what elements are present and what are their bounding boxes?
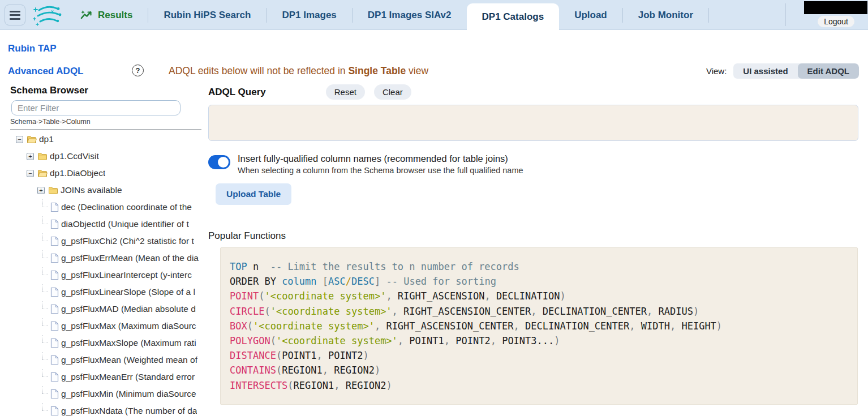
adql-query-title: ADQL Query bbox=[208, 87, 266, 98]
tab-label: DP1 Catalogs bbox=[482, 11, 544, 23]
tree-item[interactable]: dec (Declination coordinate of the bbox=[0, 199, 201, 216]
view-switcher: View: UI assisted Edit ADQL bbox=[706, 63, 859, 79]
tree-item[interactable]: +dp1.CcdVisit bbox=[0, 148, 201, 165]
schema-filter-input[interactable] bbox=[11, 100, 181, 115]
schema-tree: −dp1+dp1.CcdVisit−dp1.DiaObject+JOINs av… bbox=[0, 131, 201, 420]
doc-icon bbox=[50, 270, 59, 280]
tree-item[interactable]: −dp1.DiaObject bbox=[0, 165, 201, 182]
tab-job-monitor[interactable]: Job Monitor bbox=[623, 0, 708, 30]
tree-branch-line bbox=[42, 284, 48, 292]
reset-button[interactable]: Reset bbox=[326, 84, 365, 100]
tree-expand-icon[interactable]: + bbox=[37, 187, 45, 194]
view-segmented-control: UI assisted Edit ADQL bbox=[733, 63, 859, 79]
doc-icon bbox=[50, 304, 59, 314]
code-line: ORDER BY column [ASC/DESC] -- Used for s… bbox=[230, 274, 848, 289]
tree-item-label: dec (Declination coordinate of the bbox=[61, 202, 192, 212]
tab-label: DP1 Images SIAv2 bbox=[368, 10, 452, 21]
firefly-logo-icon[interactable] bbox=[32, 4, 62, 27]
tab-label: Job Monitor bbox=[638, 10, 693, 21]
tab-upload[interactable]: Upload bbox=[559, 0, 622, 30]
tree-branch-line bbox=[42, 233, 48, 241]
topbar-bottom-border bbox=[0, 29, 868, 30]
logout-button[interactable]: Logout bbox=[818, 16, 854, 27]
doc-icon bbox=[50, 236, 59, 246]
tree-item-label: g_psfFluxErrMean (Mean of the dia bbox=[61, 253, 199, 263]
fully-qualified-toggle[interactable] bbox=[208, 155, 230, 169]
tree-item-label: g_psfFluxMax (Maximum diaSourc bbox=[61, 321, 196, 331]
tree-expand-icon[interactable]: + bbox=[27, 153, 34, 160]
tree-item[interactable]: −dp1 bbox=[0, 131, 201, 148]
tree-item-label: diaObjectId (Unique identifier of t bbox=[61, 219, 189, 229]
doc-icon bbox=[50, 406, 59, 416]
doc-icon bbox=[50, 372, 59, 382]
username-redacted bbox=[804, 1, 867, 14]
view-label: View: bbox=[706, 66, 727, 76]
tree-item-label: g_psfFluxMin (Minimum diaSource bbox=[61, 389, 196, 399]
tree-item[interactable]: g_psfFluxMean (Weighted mean of bbox=[0, 352, 201, 368]
tree-item[interactable]: +JOINs available bbox=[0, 182, 201, 199]
doc-icon bbox=[50, 219, 59, 229]
code-line: POINT('<coordinate system>', RIGHT_ASCEN… bbox=[230, 289, 848, 303]
tree-item-label: g_psfFluxLinearIntercept (y-interc bbox=[61, 270, 192, 280]
folder-icon bbox=[48, 186, 58, 195]
user-area: Logout bbox=[793, 0, 868, 30]
tree-branch-line bbox=[42, 199, 48, 207]
tree-item[interactable]: g_psfFluxErrMean (Mean of the dia bbox=[0, 250, 201, 267]
tree-item-label: g_psfFluxMAD (Median absolute d bbox=[61, 304, 196, 314]
tree-item[interactable]: g_psfFluxMin (Minimum diaSource bbox=[0, 385, 201, 402]
tree-branch-line bbox=[42, 318, 48, 326]
doc-icon bbox=[50, 338, 59, 348]
view-option-ui-assisted[interactable]: UI assisted bbox=[733, 63, 797, 79]
tree-item[interactable]: g_psfFluxMAD (Median absolute d bbox=[0, 301, 201, 318]
tab-rubin-hips-search[interactable]: Rubin HiPS Search bbox=[148, 0, 266, 30]
toggle-sublabel: When selecting a column from the Schema … bbox=[238, 166, 523, 175]
tree-item-label: dp1.DiaObject bbox=[50, 168, 105, 178]
tree-item[interactable]: diaObjectId (Unique identifier of t bbox=[0, 216, 201, 233]
tree-item[interactable]: g_psfFluxMax (Maximum diaSourc bbox=[0, 318, 201, 335]
doc-icon bbox=[50, 253, 59, 263]
doc-icon bbox=[50, 389, 59, 399]
doc-icon bbox=[50, 355, 59, 365]
code-line: BOX('<coordinate system>', RIGHT_ASCENSI… bbox=[230, 319, 848, 333]
tree-branch-line bbox=[42, 267, 48, 275]
tree-item-label: g_psfFluxLinearSlope (Slope of a l bbox=[61, 287, 195, 297]
toggle-knob bbox=[218, 157, 229, 168]
folder-open-icon bbox=[37, 169, 48, 178]
chart-sparkle-icon bbox=[80, 10, 93, 20]
tree-collapse-icon[interactable]: − bbox=[27, 170, 34, 177]
tab-bar: ResultsRubin HiPS SearchDP1 ImagesDP1 Im… bbox=[65, 0, 709, 30]
tab-label: Results bbox=[98, 10, 132, 21]
code-line: POLYGON('<coordinate system>', POINT1, P… bbox=[230, 333, 848, 348]
code-line: INTERSECTS(REGION1, REGION2) bbox=[230, 378, 848, 393]
tree-branch-line bbox=[42, 301, 48, 309]
tree-item[interactable]: g_psfFluxNdata (The number of da bbox=[0, 402, 201, 419]
tab-label: DP1 Images bbox=[282, 10, 336, 21]
schema-browser-panel: Schema Browser Schema->Table->Column −dp… bbox=[0, 82, 201, 420]
toggle-label: Insert fully-qualified column names (rec… bbox=[238, 153, 523, 164]
hamburger-menu-button[interactable] bbox=[5, 5, 25, 25]
upload-table-button[interactable]: Upload Table bbox=[216, 183, 291, 205]
adql-query-textarea[interactable] bbox=[208, 105, 858, 141]
tree-item[interactable]: g_psfFluxMeanErr (Standard error bbox=[0, 368, 201, 385]
help-icon[interactable]: ? bbox=[132, 65, 144, 76]
folder-icon bbox=[37, 152, 48, 161]
tab-dp1-catalogs[interactable]: DP1 Catalogs bbox=[467, 3, 560, 30]
tree-item-label: g_psfFluxChi2 (Chi^2 statistic for t bbox=[61, 236, 194, 246]
tab-divider bbox=[708, 8, 709, 23]
tree-item[interactable]: g_psfFluxLinearIntercept (y-interc bbox=[0, 267, 201, 284]
tree-item[interactable]: g_psfFluxChi2 (Chi^2 statistic for t bbox=[0, 233, 201, 250]
tree-branch-line bbox=[42, 335, 48, 343]
tree-item[interactable]: g_psfFluxLinearSlope (Slope of a l bbox=[0, 284, 201, 301]
service-title: Rubin TAP bbox=[8, 43, 57, 54]
adql-warning-text: ADQL edits below will not be reflected i… bbox=[169, 65, 428, 77]
tree-item[interactable]: g_psfFluxMaxSlope (Maximum rati bbox=[0, 335, 201, 352]
tree-item-label: g_psfFluxMaxSlope (Maximum rati bbox=[61, 338, 196, 348]
tree-item-label: dp1.CcdVisit bbox=[50, 151, 99, 161]
tab-dp1-images-siav2[interactable]: DP1 Images SIAv2 bbox=[353, 0, 467, 30]
code-line: TOP n -- Limit the results to n number o… bbox=[230, 259, 848, 274]
clear-button[interactable]: Clear bbox=[374, 84, 411, 100]
tab-dp1-images[interactable]: DP1 Images bbox=[267, 0, 351, 30]
view-option-edit-adql[interactable]: Edit ADQL bbox=[798, 63, 859, 79]
tab-results[interactable]: Results bbox=[65, 0, 148, 30]
tree-collapse-icon[interactable]: − bbox=[16, 136, 23, 143]
